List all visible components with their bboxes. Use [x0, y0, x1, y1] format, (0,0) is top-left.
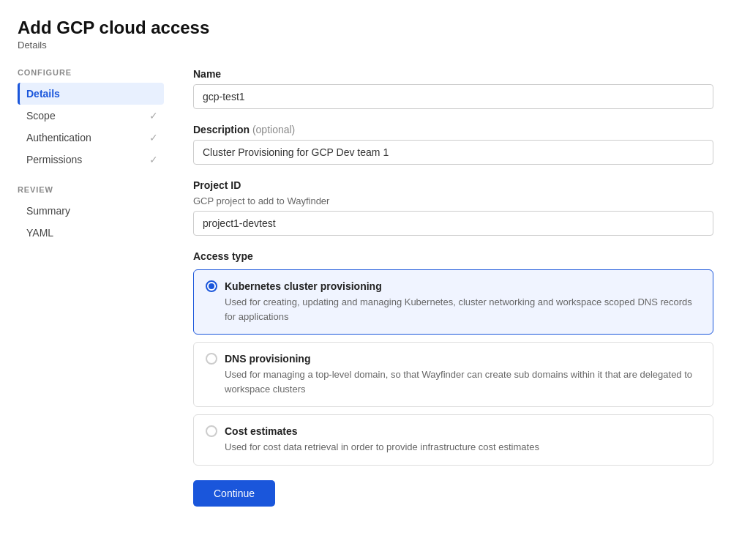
project-id-helper: GCP project to add to Wayfinder [193, 195, 713, 206]
access-type-label: Access type [193, 250, 713, 262]
check-icon-scope: ✓ [149, 110, 158, 122]
radio-desc-dns: Used for managing a top-level domain, so… [225, 367, 701, 396]
sidebar-item-scope[interactable]: Scope ✓ [18, 105, 164, 127]
page-title: Add GCP cloud access [18, 18, 713, 38]
radio-option-dns[interactable]: DNS provisioning Used for managing a top… [193, 342, 713, 407]
page-subtitle: Details [18, 40, 713, 51]
project-id-label: Project ID [193, 179, 713, 191]
description-input[interactable] [193, 140, 713, 165]
project-id-group: Project ID GCP project to add to Wayfind… [193, 179, 713, 236]
sidebar-item-details[interactable]: Details [18, 83, 164, 105]
review-section-label: REVIEW [18, 185, 164, 194]
sidebar-item-label: Authentication [26, 132, 91, 143]
radio-option-cost[interactable]: Cost estimates Used for cost data retrie… [193, 414, 713, 466]
sidebar-item-yaml[interactable]: YAML [18, 222, 164, 244]
radio-btn-dns[interactable] [206, 353, 217, 365]
radio-desc-cost: Used for cost data retrieval in order to… [225, 440, 701, 455]
description-group: Description (optional) [193, 124, 713, 165]
radio-title-cost: Cost estimates [225, 425, 298, 437]
radio-title-dns: DNS provisioning [225, 353, 310, 365]
check-icon-authentication: ✓ [149, 132, 158, 143]
access-type-group: Access type Kubernetes cluster provision… [193, 250, 713, 466]
radio-option-k8s[interactable]: Kubernetes cluster provisioning Used for… [193, 269, 713, 335]
check-icon-permissions: ✓ [149, 154, 158, 165]
sidebar-item-label: Summary [26, 205, 70, 217]
configure-nav: Details Scope ✓ Authentication ✓ Permiss… [18, 83, 164, 171]
sidebar-item-label: YAML [26, 227, 53, 239]
sidebar-item-label: Permissions [26, 154, 82, 165]
radio-btn-cost[interactable] [206, 425, 217, 437]
project-id-input[interactable] [193, 211, 713, 236]
radio-desc-k8s: Used for creating, updating and managing… [225, 295, 701, 324]
sidebar-item-summary[interactable]: Summary [18, 200, 164, 222]
continue-button[interactable]: Continue [193, 480, 275, 507]
description-label: Description (optional) [193, 124, 713, 135]
sidebar-item-label: Details [26, 88, 60, 100]
optional-label: (optional) [252, 124, 295, 135]
name-label: Name [193, 68, 713, 80]
main-form: Name Description (optional) Project ID G… [193, 68, 713, 542]
radio-title-k8s: Kubernetes cluster provisioning [225, 280, 382, 292]
name-group: Name [193, 68, 713, 109]
footer-actions: Continue [193, 480, 713, 507]
radio-btn-k8s[interactable] [206, 280, 217, 292]
sidebar-item-authentication[interactable]: Authentication ✓ [18, 127, 164, 149]
review-nav: Summary YAML [18, 200, 164, 244]
configure-section-label: CONFIGURE [18, 68, 164, 77]
sidebar: CONFIGURE Details Scope ✓ Authentication… [18, 68, 164, 542]
name-input[interactable] [193, 84, 713, 109]
sidebar-item-label: Scope [26, 110, 56, 122]
sidebar-item-permissions[interactable]: Permissions ✓ [18, 149, 164, 171]
